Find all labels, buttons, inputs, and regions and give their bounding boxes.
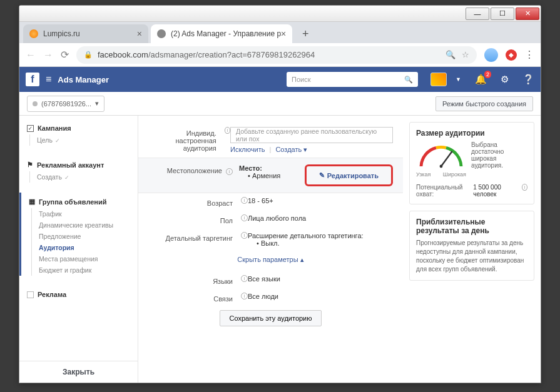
nav-item-dynamic[interactable]: Динамические креативы (21, 219, 138, 231)
nav-item-goal[interactable]: Цель (19, 134, 138, 146)
info-icon[interactable]: i (226, 168, 233, 175)
grid-icon: ▦ (29, 198, 35, 206)
nav-section-campaign[interactable]: ✓ Кампания (19, 119, 138, 134)
detailed-value: • Выкл. (257, 239, 393, 247)
custom-audience-input[interactable]: Добавьте созданную ранее пользовательску… (230, 127, 393, 143)
nav-item-placements[interactable]: Места размещения (21, 253, 138, 264)
row-location: Местоположение i Место: • Армения ✎ Реда… (138, 158, 403, 193)
browser-tab-active[interactable]: (2) Ads Manager - Управление р × (151, 24, 292, 43)
reach-label: Потенциальный охват: (416, 184, 468, 198)
gauge-icon (416, 144, 466, 169)
info-icon[interactable]: i (225, 127, 230, 134)
browser-window: — ☐ ✕ Lumpics.ru × (2) Ads Manager - Упр… (19, 5, 541, 383)
quick-creation-button[interactable]: Режим быстрого создания (435, 96, 533, 111)
address-bar: ← → ⟳ 🔒 facebook.com/adsmanager/creation… (19, 43, 541, 67)
star-icon[interactable]: ☆ (462, 50, 469, 59)
tab-title: Lumpics.ru (43, 29, 80, 38)
info-icon[interactable]: i (522, 184, 527, 191)
nav-section-ad-account[interactable]: ⚑ Рекламный аккаунт (19, 156, 138, 171)
svg-point-1 (440, 165, 443, 168)
browser-tab-strip: Lumpics.ru × (2) Ads Manager - Управлени… (19, 22, 541, 43)
url-input[interactable]: 🔒 facebook.com/adsmanager/creation?act=6… (76, 46, 477, 64)
nav-item-audience[interactable]: Аудитория (21, 242, 138, 253)
info-icon[interactable]: i (241, 232, 248, 239)
nav-item-budget[interactable]: Бюджет и график (21, 264, 138, 276)
detailed-title: Расширение детального таргетинга: (248, 232, 393, 239)
nav-reload-icon[interactable]: ⟳ (61, 49, 69, 61)
tab-close-icon[interactable]: × (137, 29, 142, 39)
app-title: Ads Manager (58, 75, 109, 84)
info-icon[interactable]: i (241, 197, 248, 204)
profile-avatar-icon[interactable] (484, 48, 498, 62)
hamburger-icon[interactable]: ≡ (46, 74, 51, 85)
save-audience-button[interactable]: Сохранить эту аудиторию (220, 310, 321, 326)
window-minimize-button[interactable]: — (466, 8, 489, 20)
gauge-wide: Широкая (443, 171, 466, 178)
value-gender: Лица любого пола (248, 214, 393, 222)
reach-value: 1 500 000 человек (473, 184, 515, 198)
nav-section-ad[interactable]: . Реклама (19, 286, 138, 301)
toolbar-extensions: ◆ ⋮ (484, 48, 534, 62)
info-icon[interactable]: i (241, 214, 248, 221)
bell-icon[interactable]: 🔔2 (475, 74, 487, 85)
exclude-link[interactable]: Исключить (230, 146, 265, 153)
location-value: • Армения (248, 172, 305, 179)
results-panel: Приблизительные результаты за день Прогн… (409, 211, 534, 281)
window-close-button[interactable]: ✕ (516, 8, 539, 20)
flag-icon: ⚑ (27, 161, 33, 169)
create-link[interactable]: Создать ▾ (275, 146, 307, 153)
gauge-narrow: Узкая (416, 171, 430, 178)
favicon-icon (157, 29, 166, 38)
right-column: Размер аудитории (403, 116, 541, 383)
info-icon[interactable]: i (241, 293, 248, 299)
location-title: Место: (239, 164, 262, 172)
form-column: Индивид. настроенная аудитория i Добавьт… (138, 116, 403, 383)
new-tab-button[interactable]: + (297, 26, 313, 42)
help-icon[interactable]: ❔ (522, 74, 534, 85)
fb-logo-icon[interactable]: f (26, 73, 39, 86)
value-age: 18 - 65+ (248, 197, 393, 204)
label-connections: Связи (148, 293, 239, 303)
row-age: Возраст i 18 - 65+ (138, 193, 403, 211)
browser-tab[interactable]: Lumpics.ru × (23, 24, 148, 43)
content-area: ✓ Кампания Цель ⚑ Рекламный аккаунт Созд… (19, 116, 541, 383)
row-detailed: Детальный таргетинг i Расширение детальн… (138, 228, 403, 251)
pencil-icon: ✎ (319, 171, 325, 179)
close-button[interactable]: Закрыть (19, 361, 138, 383)
nav-section-adset[interactable]: ▦ Группа объявлений (21, 193, 138, 208)
account-label: (67876981926... (41, 100, 91, 108)
audience-size-panel: Размер аудитории (409, 122, 534, 204)
extension-icon[interactable]: ◆ (506, 49, 517, 61)
window-maximize-button[interactable]: ☐ (491, 8, 514, 20)
nav-item-traffic[interactable]: Трафик (21, 208, 138, 219)
favicon-icon (29, 29, 38, 38)
nav-back-icon[interactable]: ← (26, 49, 36, 61)
edit-location-button[interactable]: ✎ Редактировать (305, 164, 393, 186)
audience-desc: Выбрана достаточно широкая аудитория. (471, 141, 527, 178)
chevron-down-icon[interactable]: ▼ (456, 76, 461, 83)
panel-title: Приблизительные результаты за день (416, 218, 527, 235)
info-icon[interactable]: i (241, 275, 248, 282)
nav-item-offer[interactable]: Предложение (21, 231, 138, 242)
account-selector[interactable]: (67876981926... ▾ (27, 96, 104, 112)
fb-search-input[interactable]: Поиск 🔍 (287, 72, 418, 87)
gear-icon[interactable]: ⚙ (501, 74, 509, 85)
url-text: facebook.com/adsmanager/creation?act=678… (98, 50, 315, 59)
chevron-down-icon: ▾ (95, 99, 99, 108)
tab-close-icon[interactable]: × (281, 29, 286, 39)
label-gender: Пол (148, 214, 239, 224)
label-detailed: Детальный таргетинг (148, 232, 239, 242)
hide-params-link[interactable]: Скрыть параметры ▴ (138, 251, 403, 271)
nav-forward-icon[interactable]: → (43, 49, 53, 61)
svg-line-0 (441, 151, 452, 166)
results-desc: Прогнозируемые результаты за день недост… (416, 239, 527, 274)
audience-links: Исключить | Создать ▾ (230, 146, 393, 154)
search-icon: 🔍 (404, 76, 413, 84)
nav-item-create[interactable]: Создать (19, 171, 138, 183)
lock-icon: 🔒 (84, 51, 93, 59)
menu-icon[interactable]: ⋮ (524, 49, 534, 61)
row-gender: Пол i Лица любого пола (138, 211, 403, 228)
account-picture[interactable] (430, 73, 447, 86)
label-languages: Языки (148, 275, 239, 285)
search-in-url-icon[interactable]: 🔍 (445, 50, 456, 59)
